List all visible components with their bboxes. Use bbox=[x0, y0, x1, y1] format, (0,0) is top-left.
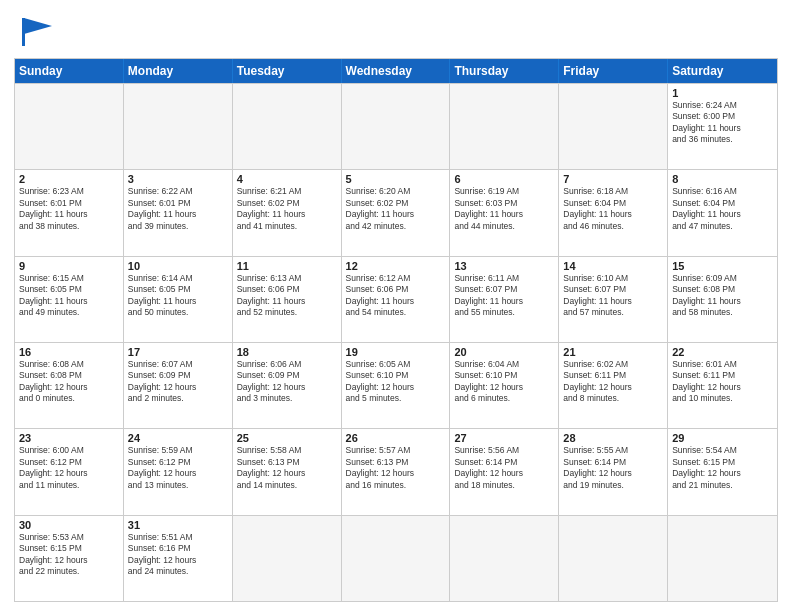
day-info: Sunrise: 6:23 AM Sunset: 6:01 PM Dayligh… bbox=[19, 186, 119, 232]
cal-cell: 28Sunrise: 5:55 AM Sunset: 6:14 PM Dayli… bbox=[559, 429, 668, 514]
day-info: Sunrise: 6:07 AM Sunset: 6:09 PM Dayligh… bbox=[128, 359, 228, 405]
cal-cell bbox=[342, 84, 451, 169]
day-number: 10 bbox=[128, 260, 228, 272]
cal-header-wednesday: Wednesday bbox=[342, 59, 451, 83]
cal-cell: 7Sunrise: 6:18 AM Sunset: 6:04 PM Daylig… bbox=[559, 170, 668, 255]
cal-header-saturday: Saturday bbox=[668, 59, 777, 83]
svg-marker-0 bbox=[24, 18, 52, 34]
cal-week-4: 16Sunrise: 6:08 AM Sunset: 6:08 PM Dayli… bbox=[15, 342, 777, 428]
day-number: 28 bbox=[563, 432, 663, 444]
day-info: Sunrise: 6:20 AM Sunset: 6:02 PM Dayligh… bbox=[346, 186, 446, 232]
cal-cell: 14Sunrise: 6:10 AM Sunset: 6:07 PM Dayli… bbox=[559, 257, 668, 342]
day-info: Sunrise: 6:14 AM Sunset: 6:05 PM Dayligh… bbox=[128, 273, 228, 319]
cal-cell bbox=[450, 84, 559, 169]
day-number: 20 bbox=[454, 346, 554, 358]
cal-header-monday: Monday bbox=[124, 59, 233, 83]
cal-week-5: 23Sunrise: 6:00 AM Sunset: 6:12 PM Dayli… bbox=[15, 428, 777, 514]
day-number: 16 bbox=[19, 346, 119, 358]
cal-cell: 18Sunrise: 6:06 AM Sunset: 6:09 PM Dayli… bbox=[233, 343, 342, 428]
cal-cell bbox=[450, 516, 559, 601]
logo-icon bbox=[14, 12, 58, 50]
day-info: Sunrise: 6:08 AM Sunset: 6:08 PM Dayligh… bbox=[19, 359, 119, 405]
cal-cell: 25Sunrise: 5:58 AM Sunset: 6:13 PM Dayli… bbox=[233, 429, 342, 514]
day-info: Sunrise: 6:11 AM Sunset: 6:07 PM Dayligh… bbox=[454, 273, 554, 319]
calendar: SundayMondayTuesdayWednesdayThursdayFrid… bbox=[14, 58, 778, 602]
cal-cell: 22Sunrise: 6:01 AM Sunset: 6:11 PM Dayli… bbox=[668, 343, 777, 428]
cal-cell bbox=[124, 84, 233, 169]
cal-cell: 1Sunrise: 6:24 AM Sunset: 6:00 PM Daylig… bbox=[668, 84, 777, 169]
day-info: Sunrise: 6:19 AM Sunset: 6:03 PM Dayligh… bbox=[454, 186, 554, 232]
day-info: Sunrise: 5:53 AM Sunset: 6:15 PM Dayligh… bbox=[19, 532, 119, 578]
day-number: 7 bbox=[563, 173, 663, 185]
calendar-body: 1Sunrise: 6:24 AM Sunset: 6:00 PM Daylig… bbox=[15, 83, 777, 601]
cal-cell: 23Sunrise: 6:00 AM Sunset: 6:12 PM Dayli… bbox=[15, 429, 124, 514]
day-number: 29 bbox=[672, 432, 773, 444]
cal-cell: 3Sunrise: 6:22 AM Sunset: 6:01 PM Daylig… bbox=[124, 170, 233, 255]
day-info: Sunrise: 6:05 AM Sunset: 6:10 PM Dayligh… bbox=[346, 359, 446, 405]
day-number: 6 bbox=[454, 173, 554, 185]
day-info: Sunrise: 6:18 AM Sunset: 6:04 PM Dayligh… bbox=[563, 186, 663, 232]
day-info: Sunrise: 6:21 AM Sunset: 6:02 PM Dayligh… bbox=[237, 186, 337, 232]
day-info: Sunrise: 6:09 AM Sunset: 6:08 PM Dayligh… bbox=[672, 273, 773, 319]
cal-cell: 26Sunrise: 5:57 AM Sunset: 6:13 PM Dayli… bbox=[342, 429, 451, 514]
day-number: 11 bbox=[237, 260, 337, 272]
day-info: Sunrise: 6:10 AM Sunset: 6:07 PM Dayligh… bbox=[563, 273, 663, 319]
day-number: 30 bbox=[19, 519, 119, 531]
cal-cell: 4Sunrise: 6:21 AM Sunset: 6:02 PM Daylig… bbox=[233, 170, 342, 255]
cal-week-1: 1Sunrise: 6:24 AM Sunset: 6:00 PM Daylig… bbox=[15, 83, 777, 169]
cal-cell: 30Sunrise: 5:53 AM Sunset: 6:15 PM Dayli… bbox=[15, 516, 124, 601]
day-info: Sunrise: 5:54 AM Sunset: 6:15 PM Dayligh… bbox=[672, 445, 773, 491]
day-info: Sunrise: 6:01 AM Sunset: 6:11 PM Dayligh… bbox=[672, 359, 773, 405]
day-info: Sunrise: 6:04 AM Sunset: 6:10 PM Dayligh… bbox=[454, 359, 554, 405]
cal-cell bbox=[233, 516, 342, 601]
day-info: Sunrise: 5:56 AM Sunset: 6:14 PM Dayligh… bbox=[454, 445, 554, 491]
day-number: 9 bbox=[19, 260, 119, 272]
cal-header-tuesday: Tuesday bbox=[233, 59, 342, 83]
cal-header-friday: Friday bbox=[559, 59, 668, 83]
logo bbox=[14, 12, 62, 50]
cal-cell: 10Sunrise: 6:14 AM Sunset: 6:05 PM Dayli… bbox=[124, 257, 233, 342]
cal-cell: 27Sunrise: 5:56 AM Sunset: 6:14 PM Dayli… bbox=[450, 429, 559, 514]
cal-cell: 16Sunrise: 6:08 AM Sunset: 6:08 PM Dayli… bbox=[15, 343, 124, 428]
cal-cell: 15Sunrise: 6:09 AM Sunset: 6:08 PM Dayli… bbox=[668, 257, 777, 342]
day-info: Sunrise: 5:57 AM Sunset: 6:13 PM Dayligh… bbox=[346, 445, 446, 491]
cal-cell bbox=[15, 84, 124, 169]
day-number: 12 bbox=[346, 260, 446, 272]
day-info: Sunrise: 6:13 AM Sunset: 6:06 PM Dayligh… bbox=[237, 273, 337, 319]
cal-cell: 20Sunrise: 6:04 AM Sunset: 6:10 PM Dayli… bbox=[450, 343, 559, 428]
day-number: 5 bbox=[346, 173, 446, 185]
day-number: 4 bbox=[237, 173, 337, 185]
header bbox=[14, 12, 778, 50]
calendar-header-row: SundayMondayTuesdayWednesdayThursdayFrid… bbox=[15, 59, 777, 83]
day-number: 2 bbox=[19, 173, 119, 185]
day-info: Sunrise: 6:16 AM Sunset: 6:04 PM Dayligh… bbox=[672, 186, 773, 232]
day-info: Sunrise: 5:59 AM Sunset: 6:12 PM Dayligh… bbox=[128, 445, 228, 491]
cal-cell: 6Sunrise: 6:19 AM Sunset: 6:03 PM Daylig… bbox=[450, 170, 559, 255]
cal-cell: 9Sunrise: 6:15 AM Sunset: 6:05 PM Daylig… bbox=[15, 257, 124, 342]
day-info: Sunrise: 6:24 AM Sunset: 6:00 PM Dayligh… bbox=[672, 100, 773, 146]
cal-header-thursday: Thursday bbox=[450, 59, 559, 83]
cal-cell bbox=[668, 516, 777, 601]
cal-cell: 13Sunrise: 6:11 AM Sunset: 6:07 PM Dayli… bbox=[450, 257, 559, 342]
day-number: 15 bbox=[672, 260, 773, 272]
day-info: Sunrise: 5:55 AM Sunset: 6:14 PM Dayligh… bbox=[563, 445, 663, 491]
cal-cell bbox=[342, 516, 451, 601]
day-number: 24 bbox=[128, 432, 228, 444]
cal-cell: 29Sunrise: 5:54 AM Sunset: 6:15 PM Dayli… bbox=[668, 429, 777, 514]
cal-cell bbox=[559, 516, 668, 601]
day-number: 22 bbox=[672, 346, 773, 358]
day-info: Sunrise: 6:22 AM Sunset: 6:01 PM Dayligh… bbox=[128, 186, 228, 232]
day-number: 18 bbox=[237, 346, 337, 358]
day-info: Sunrise: 5:51 AM Sunset: 6:16 PM Dayligh… bbox=[128, 532, 228, 578]
day-number: 27 bbox=[454, 432, 554, 444]
day-number: 3 bbox=[128, 173, 228, 185]
cal-cell: 24Sunrise: 5:59 AM Sunset: 6:12 PM Dayli… bbox=[124, 429, 233, 514]
day-number: 25 bbox=[237, 432, 337, 444]
cal-cell: 8Sunrise: 6:16 AM Sunset: 6:04 PM Daylig… bbox=[668, 170, 777, 255]
day-info: Sunrise: 6:12 AM Sunset: 6:06 PM Dayligh… bbox=[346, 273, 446, 319]
day-info: Sunrise: 6:06 AM Sunset: 6:09 PM Dayligh… bbox=[237, 359, 337, 405]
day-number: 13 bbox=[454, 260, 554, 272]
cal-cell bbox=[233, 84, 342, 169]
day-info: Sunrise: 5:58 AM Sunset: 6:13 PM Dayligh… bbox=[237, 445, 337, 491]
cal-cell: 17Sunrise: 6:07 AM Sunset: 6:09 PM Dayli… bbox=[124, 343, 233, 428]
